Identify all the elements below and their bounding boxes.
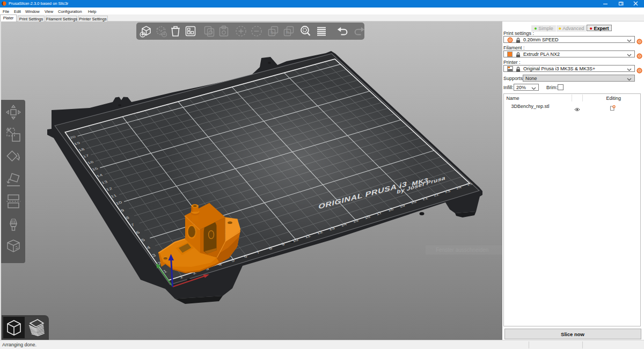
svg-text:0: 0 (270, 30, 273, 35)
svg-text:Fenster ausschneiden: Fenster ausschneiden (436, 247, 488, 253)
svg-text:P: P (286, 30, 289, 35)
